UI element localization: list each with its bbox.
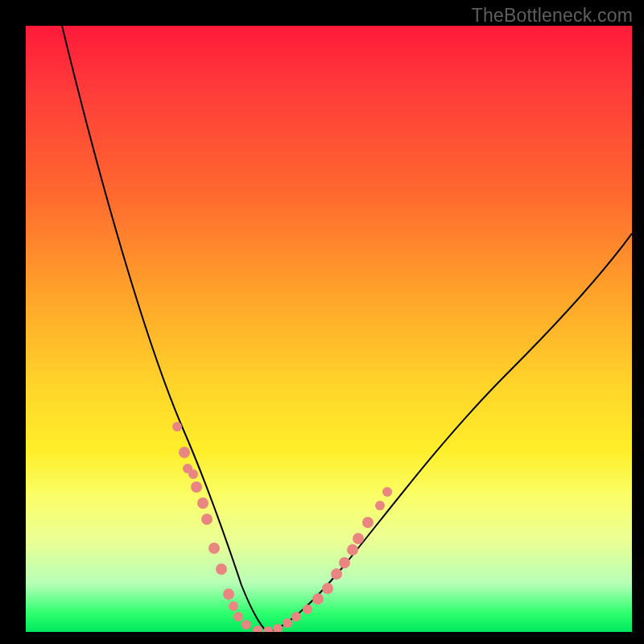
dot xyxy=(216,564,227,575)
dot xyxy=(273,624,283,632)
dot xyxy=(223,588,234,600)
dot xyxy=(291,612,301,621)
dot xyxy=(229,601,238,611)
dot xyxy=(362,517,374,528)
dot xyxy=(353,533,364,544)
highlight-dots xyxy=(172,422,392,632)
dot xyxy=(382,487,392,497)
plot-area xyxy=(26,26,632,632)
watermark-text: TheBottleneck.com xyxy=(472,5,633,27)
curve-layer xyxy=(26,26,632,632)
dot xyxy=(375,501,385,510)
dot xyxy=(233,612,243,621)
dot xyxy=(208,543,220,554)
dot xyxy=(347,544,358,555)
curve-left xyxy=(62,26,267,632)
v-curve xyxy=(62,26,632,632)
dot xyxy=(188,469,198,479)
dot xyxy=(191,481,202,493)
dot xyxy=(253,625,262,632)
dot xyxy=(197,497,208,509)
dot xyxy=(179,447,190,458)
dot xyxy=(339,557,350,568)
dot xyxy=(322,583,333,594)
dot xyxy=(331,568,342,580)
dot xyxy=(201,514,213,525)
dot xyxy=(283,618,292,628)
chart-frame: TheBottleneck.com xyxy=(0,0,644,644)
dot xyxy=(263,626,273,632)
dot xyxy=(242,620,251,630)
dot xyxy=(172,422,182,431)
curve-right xyxy=(267,233,632,632)
dot xyxy=(303,605,312,614)
dot xyxy=(312,593,324,605)
